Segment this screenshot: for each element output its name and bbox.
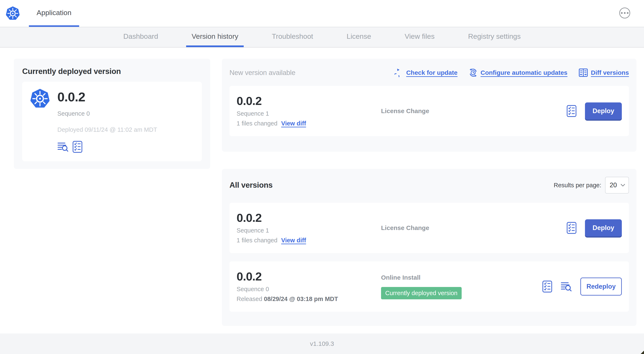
- version-row: 0.0.2 Sequence 0 Released 08/29/24 @ 03:…: [230, 261, 629, 312]
- kubernetes-logo-icon: [6, 6, 20, 21]
- sequence-label: Sequence 1: [236, 227, 374, 234]
- currently-deployed-title: Currently deployed version: [22, 67, 202, 76]
- version-source: License Change: [374, 224, 566, 231]
- preflight-checks-button[interactable]: [72, 141, 82, 153]
- view-diff-link[interactable]: View diff: [281, 237, 306, 244]
- clock-refresh-icon: [469, 68, 478, 77]
- deployed-version-info: 0.0.2 Sequence 0 Deployed 09/11/24 @ 11:…: [57, 88, 157, 155]
- logs-search-icon: [57, 142, 69, 152]
- app-footer: v1.109.3: [0, 333, 644, 354]
- diff-versions-link[interactable]: Diff versions: [579, 68, 629, 77]
- currently-deployed-panel: Currently deployed version 0.0.2 Sequenc…: [14, 59, 210, 169]
- sequence-label: Sequence 0: [57, 110, 157, 117]
- nav-tab-license[interactable]: License: [341, 27, 377, 47]
- view-logs-button[interactable]: [57, 142, 69, 152]
- ellipsis-icon: [621, 12, 628, 14]
- version-actions: Redeploy: [542, 277, 622, 295]
- selected-value: 20: [610, 181, 617, 189]
- app-header: Application: [0, 0, 644, 27]
- results-per-page: Results per page: 20: [554, 177, 629, 194]
- configure-automatic-updates-link[interactable]: Configure automatic updates: [469, 68, 567, 77]
- release-source-label: Online Install: [381, 274, 542, 281]
- files-changed-label: 1 files changed: [236, 237, 278, 244]
- diff-icon: [579, 68, 588, 77]
- version-number: 0.0.2: [236, 271, 374, 282]
- release-source-label: License Change: [381, 108, 566, 115]
- version-info: 0.0.2 Sequence 1 1 files changed View di…: [236, 95, 374, 127]
- new-version-row: 0.0.2 Sequence 1 1 files changed View di…: [230, 86, 629, 136]
- checklist-icon: [566, 222, 576, 234]
- logs-search-icon: [561, 281, 572, 292]
- all-versions-panel: All versions Results per page: 20 0.0.2 …: [222, 169, 636, 326]
- sequence-label: Sequence 1: [236, 110, 374, 117]
- new-version-panel: New version available Check for update: [222, 59, 636, 152]
- deploy-button[interactable]: Deploy: [585, 219, 622, 236]
- sequence-label: Sequence 0: [236, 286, 374, 293]
- all-versions-title: All versions: [230, 181, 272, 190]
- deployed-timestamp: Deployed 09/11/24 @ 11:02 am MDT: [57, 126, 157, 133]
- preflight-checks-button[interactable]: [566, 222, 576, 234]
- released-label: Released: [236, 295, 262, 302]
- nav-tab-version-history[interactable]: Version history: [186, 27, 244, 47]
- deployed-version-card: 0.0.2 Sequence 0 Deployed 09/11/24 @ 11:…: [22, 82, 202, 161]
- app-title: Application: [37, 9, 72, 17]
- checklist-icon: [72, 141, 82, 153]
- nav-tab-dashboard[interactable]: Dashboard: [118, 27, 164, 47]
- new-version-actions: Check for update Configure automatic upd…: [394, 68, 629, 77]
- all-versions-header: All versions Results per page: 20: [230, 177, 629, 194]
- checklist-icon: [542, 280, 552, 293]
- version-actions: Deploy: [566, 102, 622, 120]
- new-version-header: New version available Check for update: [230, 68, 629, 77]
- nav-tab-troubleshoot[interactable]: Troubleshoot: [266, 27, 318, 47]
- preflight-checks-button[interactable]: [542, 280, 552, 293]
- secondary-nav: Dashboard Version history Troubleshoot L…: [0, 27, 644, 48]
- release-source-label: License Change: [381, 224, 566, 231]
- deploy-button[interactable]: Deploy: [585, 102, 622, 120]
- currently-deployed-badge: Currently deployed version: [381, 287, 462, 299]
- new-version-title: New version available: [230, 69, 296, 77]
- results-per-page-select[interactable]: 20: [605, 177, 629, 194]
- version-number: 0.0.2: [57, 91, 157, 104]
- kubernetes-logo-icon: [30, 88, 50, 109]
- nav-tab-view-files[interactable]: View files: [399, 27, 440, 47]
- checklist-icon: [566, 105, 576, 117]
- view-diff-link[interactable]: View diff: [281, 120, 306, 127]
- version-actions: Deploy: [566, 219, 622, 236]
- cursor-artifact: [641, 351, 644, 354]
- version-info: 0.0.2 Sequence 1 1 files changed View di…: [236, 212, 374, 244]
- preflight-checks-button[interactable]: [566, 105, 576, 117]
- console-version: v1.109.3: [310, 340, 334, 347]
- version-row: 0.0.2 Sequence 1 1 files changed View di…: [230, 203, 629, 253]
- version-number: 0.0.2: [236, 212, 374, 224]
- overflow-menu-button[interactable]: [619, 8, 630, 19]
- chevron-down-icon: [620, 184, 625, 187]
- nav-tab-registry-settings[interactable]: Registry settings: [463, 27, 526, 47]
- version-info: 0.0.2 Sequence 0 Released 08/29/24 @ 03:…: [236, 271, 374, 302]
- refresh-icon: [394, 68, 403, 77]
- redeploy-button[interactable]: Redeploy: [580, 277, 622, 295]
- tab-application[interactable]: Application: [29, 0, 79, 27]
- view-logs-button[interactable]: [561, 281, 572, 292]
- files-changed-label: 1 files changed: [236, 120, 278, 127]
- released-timestamp: 08/29/24 @ 03:18 pm MDT: [264, 295, 338, 302]
- version-number: 0.0.2: [236, 95, 374, 107]
- version-source: License Change: [374, 108, 566, 115]
- version-source: Online Install Currently deployed versio…: [374, 274, 542, 299]
- results-per-page-label: Results per page:: [554, 182, 601, 189]
- deployed-version-actions: [57, 141, 157, 153]
- check-for-update-link[interactable]: Check for update: [394, 68, 458, 77]
